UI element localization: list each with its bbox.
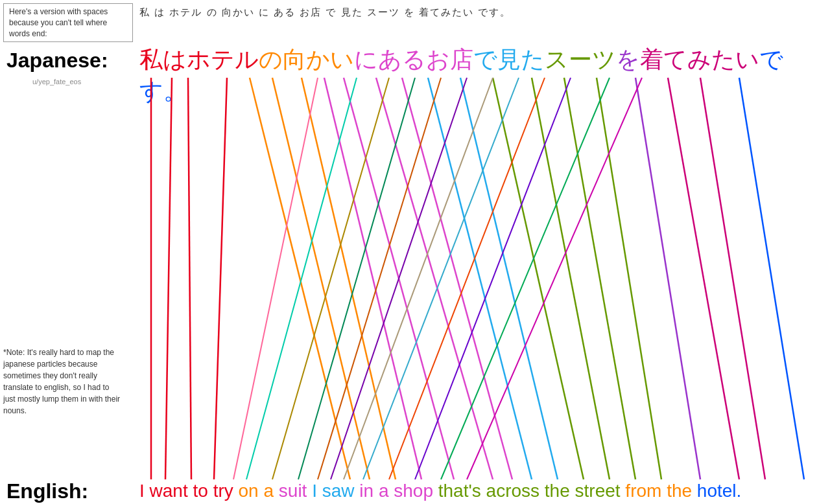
en-segment: try (208, 481, 233, 501)
en-segment: to (188, 481, 208, 501)
connecting-line (402, 78, 512, 479)
connecting-line (668, 78, 739, 479)
en-segment: suit (274, 481, 307, 501)
jp-segment: に (354, 46, 378, 73)
connecting-line (376, 78, 493, 479)
en-segment: across (481, 481, 540, 501)
bottom-note-text: *Note: It's really hard to map the japan… (3, 347, 123, 417)
en-segment: shop (388, 481, 433, 501)
en-segment: a (259, 481, 274, 501)
connecting-line (493, 78, 584, 479)
connecting-line (188, 78, 191, 479)
en-segment: a (374, 481, 388, 501)
connecting-line (344, 78, 493, 479)
connecting-line (635, 78, 700, 479)
en-segment: street (570, 481, 621, 501)
connecting-line (597, 78, 661, 479)
connecting-line (233, 78, 318, 479)
connecting-line (318, 78, 441, 479)
connecting-line (415, 78, 571, 479)
english-label: English: (6, 479, 88, 503)
connecting-line (441, 78, 610, 479)
connecting-line (739, 78, 804, 479)
japanese-sentence: 私はホテルの向かいにあるお店で見たスーツを着てみたいです。 (139, 44, 830, 108)
jp-segment: ホテル (187, 46, 259, 73)
connecting-line (460, 78, 558, 479)
connecting-line (428, 78, 532, 479)
jp-segment: みたい (687, 46, 759, 73)
connecting-line (165, 78, 172, 479)
connecting-line (331, 78, 467, 479)
jp-segment: 着て (640, 46, 687, 73)
en-segment: I (139, 481, 145, 501)
en-segment: on (233, 481, 259, 501)
en-segment: the (661, 481, 692, 501)
en-segment: in (355, 481, 374, 501)
spaced-japanese-text: 私 は ホテル の 向かい に ある お店 で 見た スーツ を 着てみたい で… (139, 6, 511, 19)
en-segment: I (307, 481, 317, 501)
en-segment: hotel. (692, 481, 741, 501)
connecting-line (250, 78, 350, 479)
connecting-line (532, 78, 610, 479)
connecting-line (700, 78, 765, 479)
connecting-line (272, 78, 370, 479)
connecting-line (302, 78, 396, 479)
connecting-line (344, 78, 454, 479)
connecting-line (272, 78, 389, 479)
en-segment: want (145, 481, 188, 501)
japanese-label: Japanese: (6, 49, 108, 73)
connecting-line (214, 78, 227, 479)
jp-segment: スーツ (545, 46, 616, 73)
en-segment: from (621, 481, 662, 501)
english-sentence: I want to try on a suit I saw in a shop … (139, 481, 741, 501)
connecting-line (298, 78, 415, 479)
jp-segment: の (259, 46, 283, 73)
connecting-line (389, 78, 545, 479)
credit-text: u/yep_fate_eos (32, 78, 81, 86)
top-note-text: Here's a version with spaces because you… (9, 7, 108, 38)
en-segment: the (540, 481, 570, 501)
en-segment: saw (317, 481, 355, 501)
jp-segment: 私は (139, 46, 187, 73)
connecting-line (363, 78, 519, 479)
jp-segment: ある (378, 46, 426, 73)
jp-segment: お店 (426, 46, 473, 73)
connecting-line (564, 78, 635, 479)
en-segment: that's (433, 481, 481, 501)
connecting-line (467, 78, 642, 479)
jp-segment: で (473, 46, 497, 73)
jp-segment: 向かい (283, 46, 354, 73)
jp-segment: 見た (497, 46, 545, 73)
top-note-box: Here's a version with spaces because you… (3, 3, 133, 42)
jp-segment: を (616, 46, 640, 73)
connecting-line (324, 78, 421, 479)
connecting-line (246, 78, 357, 479)
